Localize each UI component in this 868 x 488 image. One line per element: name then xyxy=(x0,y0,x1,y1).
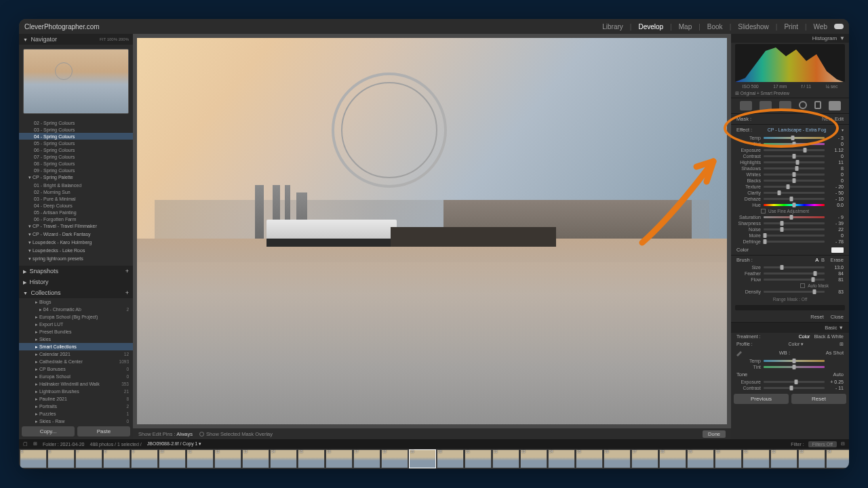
filmstrip-thumb[interactable]: 31 xyxy=(743,449,770,468)
second-monitor-icon[interactable]: ▢ xyxy=(23,441,28,447)
filmstrip-thumb[interactable]: 33 xyxy=(798,449,825,468)
preset-item[interactable]: 04 - Deep Colours xyxy=(19,202,133,209)
slider-contrast[interactable]: Contrast0 xyxy=(731,153,849,159)
filmstrip-thumb[interactable]: 22 xyxy=(492,449,519,468)
preset-item[interactable]: 05 - Spring Colours xyxy=(19,140,133,146)
slider-blacks[interactable]: Blacks0 xyxy=(731,178,849,184)
auto-mask-checkbox[interactable]: Auto Mask xyxy=(731,283,849,289)
effect-preset-dropdown[interactable]: CP - Landscape - Extra Fog xyxy=(768,127,827,132)
mask-edit[interactable]: Edit xyxy=(835,116,844,122)
collection-item[interactable]: ▸ Smart Collections xyxy=(19,343,133,350)
collection-item[interactable]: ▸ Pauline 20218 xyxy=(19,395,133,403)
preset-item[interactable]: 05 - Artisan Painting xyxy=(19,209,133,216)
filmstrip-thumb[interactable]: 26 xyxy=(604,449,631,468)
filmstrip-thumb[interactable]: 25 xyxy=(576,449,603,468)
paste-button[interactable]: Paste xyxy=(77,426,130,436)
filmstrip-thumb[interactable]: 11 xyxy=(186,449,214,468)
collections-header[interactable]: ▼ Collections+ xyxy=(19,287,133,298)
main-photo[interactable] xyxy=(137,38,727,424)
filmstrip-thumb[interactable]: 15 xyxy=(298,449,325,468)
filmstrip-thumb[interactable]: 32 xyxy=(770,449,797,468)
slider-density[interactable]: Density83 xyxy=(731,289,849,295)
reset-button[interactable]: Reset xyxy=(791,394,846,404)
filmstrip-thumb[interactable]: 10 xyxy=(159,449,186,468)
slider-highlights[interactable]: Highlights11 xyxy=(731,159,849,165)
slider-tint[interactable]: Tint0 xyxy=(731,141,849,147)
preset-item[interactable]: 03 - Pure & Minimal xyxy=(19,195,133,202)
collection-item[interactable]: ▸ Skies - Raw0 xyxy=(19,418,133,424)
module-book[interactable]: Book xyxy=(707,23,723,30)
preset-group[interactable]: ▾ spring lightroom presets xyxy=(19,255,133,263)
filmstrip-thumb[interactable]: 7 xyxy=(75,449,102,468)
slider-shadows[interactable]: Shadows8 xyxy=(731,165,849,171)
done-button[interactable]: Done xyxy=(703,430,726,438)
module-print[interactable]: Print xyxy=(784,23,798,30)
filmstrip-thumb[interactable]: 18 xyxy=(381,449,408,468)
range-mask[interactable]: Range Mask : Off xyxy=(731,295,849,304)
preset-item[interactable]: 06 - Forgotten Farm xyxy=(19,216,133,222)
filmstrip-thumb[interactable]: 27 xyxy=(631,449,658,468)
brush-erase[interactable]: Erase xyxy=(830,257,844,263)
filmstrip-thumb[interactable]: 5 xyxy=(20,449,47,468)
crop-tool[interactable] xyxy=(740,101,752,110)
preset-item[interactable]: 02 - Morning Sun xyxy=(19,188,133,195)
treatment-bw[interactable]: Black & White xyxy=(814,334,844,339)
histogram-header[interactable]: Histogram ▼ xyxy=(731,34,849,43)
module-web[interactable]: Web xyxy=(814,23,827,30)
filmstrip-thumb[interactable]: 19 xyxy=(409,449,436,468)
filmstrip-thumb[interactable]: 13 xyxy=(242,449,269,468)
slider-hue[interactable]: Hue0.0 xyxy=(731,202,849,208)
filmstrip-thumb[interactable]: 23 xyxy=(520,449,547,468)
slider-feather[interactable]: Feather84 xyxy=(731,270,849,277)
slider-defringe[interactable]: Defringe- 78 xyxy=(731,239,849,245)
collection-item[interactable]: ▸ Europa School0 xyxy=(19,373,133,380)
filmstrip-thumb[interactable]: 30 xyxy=(715,449,742,468)
filmstrip-thumb[interactable]: 28 xyxy=(659,449,686,468)
sync-icon[interactable] xyxy=(834,24,844,29)
filmstrip-thumb[interactable]: 29 xyxy=(687,449,714,468)
mask-close-button[interactable]: Close xyxy=(831,314,844,320)
slider-temp[interactable]: Temp xyxy=(731,358,849,364)
filmstrip-thumb[interactable]: 21 xyxy=(465,449,492,468)
module-map[interactable]: Map xyxy=(679,23,692,30)
navigator-thumbnail[interactable] xyxy=(23,49,129,114)
brush-b[interactable]: B xyxy=(821,257,825,263)
basic-panel-header[interactable]: Basic ▼ xyxy=(731,323,849,333)
profile-dropdown[interactable]: Color ▾ xyxy=(789,342,804,347)
filmstrip-thumb[interactable]: 8 xyxy=(103,449,130,468)
wb-dropdown[interactable]: As Shot xyxy=(826,350,844,357)
preset-item[interactable]: 06 - Spring Colours xyxy=(19,146,133,153)
slider-sharpness[interactable]: Sharpness- 39 xyxy=(731,220,849,226)
preset-item[interactable]: 07 - Spring Colours xyxy=(19,153,133,160)
filmstrip-thumb[interactable]: 17 xyxy=(353,449,380,468)
fine-adjustment-checkbox[interactable]: Use Fine Adjustment xyxy=(731,208,849,214)
filmstrip-thumb[interactable]: 6 xyxy=(47,449,75,468)
histogram[interactable] xyxy=(735,44,845,82)
mask-reset-button[interactable]: Reset xyxy=(810,314,824,320)
collection-item[interactable]: ▸ Lightroom Brushes21 xyxy=(19,388,133,395)
slider-texture[interactable]: Texture- 20 xyxy=(731,184,849,190)
preset-item[interactable]: 03 - Spring Colours xyxy=(19,126,133,133)
collection-item[interactable]: ▸ Cathedrale & Center1093 xyxy=(19,358,133,365)
wb-eyedropper-icon[interactable] xyxy=(736,350,743,357)
mask-overlay-checkbox[interactable]: Show Selected Mask Overlay xyxy=(199,431,273,437)
preset-item[interactable]: 02 - Spring Colours xyxy=(19,119,133,126)
mask-new[interactable]: New xyxy=(822,116,832,122)
preset-group[interactable]: ▾ CP - Spring Palette xyxy=(19,174,133,182)
slider-moire[interactable]: Moire0 xyxy=(731,232,849,239)
collection-item[interactable]: ▸ Export LUT xyxy=(19,321,133,328)
slider-saturation[interactable]: Saturation- 9 xyxy=(731,214,849,220)
preset-item[interactable]: 08 - Spring Colours xyxy=(19,160,133,167)
collection-item[interactable]: ▸ Blogs xyxy=(19,298,133,306)
slider-contrast[interactable]: Contrast- 11 xyxy=(731,385,849,391)
filmstrip-thumb[interactable]: 34 xyxy=(826,449,849,468)
slider-whites[interactable]: Whites0 xyxy=(731,171,849,178)
preset-item[interactable]: 01 - Bright & Balanced xyxy=(19,182,133,188)
auto-tone-button[interactable]: Auto xyxy=(833,371,844,378)
slider-noise[interactable]: Noise22 xyxy=(731,226,849,232)
grid-view-icon[interactable]: ⊞ xyxy=(33,441,37,447)
preset-group[interactable]: ▾ CP - Travel - Travel Filmmaker xyxy=(19,222,133,230)
preset-item[interactable]: 04 - Spring Colours xyxy=(19,133,133,140)
navigator-header[interactable]: ▼ Navigator FIT 100% 200% xyxy=(19,34,133,45)
filmstrip-thumb[interactable]: 16 xyxy=(326,449,353,468)
